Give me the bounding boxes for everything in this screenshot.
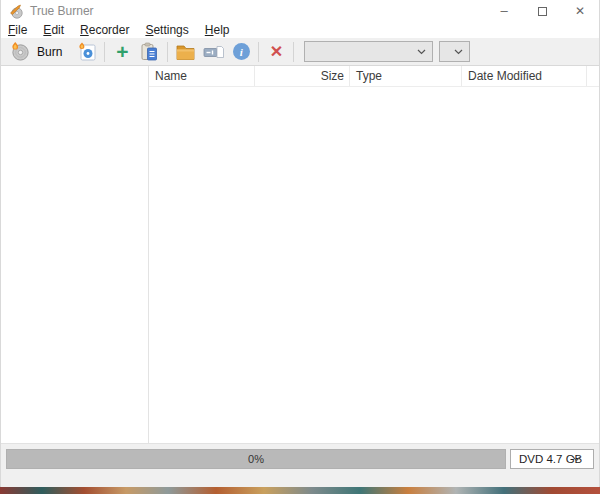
toolbar-separator [167,42,168,62]
burn-button[interactable]: Burn [6,39,66,65]
file-list: Name Size Type Date Modified [149,66,599,443]
add-icon: + [110,42,134,62]
menu-bar: File Edit Recorder Settings Help [1,22,599,38]
title-bar: True Burner – ✕ [1,0,599,22]
compilation-tree-panel[interactable] [1,66,149,443]
column-header-type[interactable]: Type [350,66,462,86]
menu-item-settings[interactable]: Settings [145,23,188,37]
column-header-name[interactable]: Name [149,66,255,86]
menu-item-recorder[interactable]: Recorder [80,23,129,37]
burn-button-label: Burn [37,45,62,59]
erase-disc-button[interactable] [74,39,100,65]
column-header-size[interactable]: Size [255,66,350,86]
recorder-select[interactable] [304,41,433,62]
toolbar-separator [293,42,294,62]
status-bar: 0% DVD 4.7 GB [1,443,599,487]
maximize-button[interactable] [523,0,561,22]
minimize-button[interactable]: – [485,0,523,22]
info-icon: i [233,43,250,60]
rename-icon [203,43,225,61]
delete-icon: ✕ [264,42,288,61]
toolbar-separator [104,42,105,62]
file-list-header: Name Size Type Date Modified [149,66,599,87]
add-files-button[interactable]: + [109,39,135,65]
new-folder-button[interactable] [172,39,200,65]
main-area: Name Size Type Date Modified [1,66,599,443]
folder-icon [175,42,197,62]
close-icon: ✕ [575,4,585,18]
paste-icon [139,42,159,62]
close-button[interactable]: ✕ [561,0,599,22]
speed-select[interactable] [439,41,470,62]
rename-button[interactable] [200,39,228,65]
progress-bar: 0% [6,449,506,469]
maximize-icon [538,7,547,16]
app-window: True Burner – ✕ File Edit Recorder Setti… [0,0,600,487]
column-header-date-modified[interactable]: Date Modified [462,66,587,86]
column-header-filler [587,66,599,86]
toolbar-separator [258,42,259,62]
properties-button[interactable]: i [228,39,254,65]
desktop-wallpaper-strip [0,487,600,494]
chevron-down-icon [417,49,426,55]
app-icon [9,4,24,19]
chevron-down-icon [454,49,463,55]
minimize-icon: – [500,6,507,16]
delete-button[interactable]: ✕ [263,39,289,65]
menu-item-file[interactable]: File [8,23,27,37]
file-list-body[interactable] [149,87,599,443]
erase-disc-icon [77,42,97,62]
disc-capacity-select[interactable]: DVD 4.7 GB [510,449,594,469]
window-title: True Burner [30,4,94,18]
menu-item-edit[interactable]: Edit [43,23,64,37]
menu-item-help[interactable]: Help [205,23,230,37]
toolbar: Burn + [1,38,599,66]
burn-disc-icon [10,41,31,62]
progress-label: 0% [248,453,264,465]
paste-button[interactable] [135,39,163,65]
